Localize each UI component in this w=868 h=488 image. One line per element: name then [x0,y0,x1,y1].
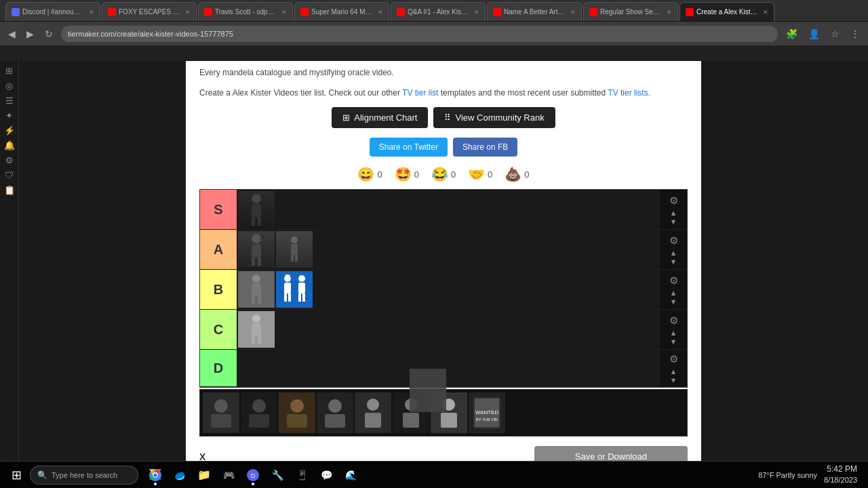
tier-b-up[interactable]: ▲ [670,289,677,297]
taskbar-app-discord[interactable]: D [241,464,264,487]
tier-d-gear[interactable]: ⚙ [668,352,679,367]
reaction-happy[interactable]: 😄 0 [357,166,382,182]
tier-c-items[interactable] [237,310,660,349]
reaction-handshake[interactable]: 🤝 0 [468,166,492,182]
edge-icon [173,468,186,482]
tier-a-items[interactable] [237,230,660,269]
tab-discord[interactable]: Discord | #announcements:... ✕ [5,2,100,21]
share-buttons-row: Share on Twitter Share on FB [199,138,688,157]
sidebar-icon-4[interactable]: ⚡ [3,123,16,137]
address-bar[interactable]: tiermaker.com/create/alex-kister-videos-… [61,26,778,42]
unranked-item-8[interactable]: WANTEDBY THE FBI [469,392,505,433]
tier-d-up[interactable]: ▲ [670,368,677,375]
tier-b-gear[interactable]: ⚙ [668,273,679,288]
taskbar-app-whatsapp[interactable]: 💬 [315,464,338,487]
sidebar-home-icon[interactable]: ⊞ [3,64,16,77]
unranked-item-2[interactable] [241,392,277,433]
tier-c-gear[interactable]: ⚙ [668,313,679,328]
tab-name[interactable]: Name A Better Artist Than... ✕ [487,2,582,21]
tier-s-items[interactable] [237,190,660,229]
svg-rect-10 [291,255,294,262]
tier-b-down[interactable]: ▼ [670,298,677,306]
handshake-count: 0 [488,169,492,180]
tier-item-a2[interactable] [276,231,313,268]
taskbar-app-3[interactable]: 📱 [290,464,313,487]
taskbar-search[interactable]: 🔍 Type here to search [30,466,138,485]
tab-mario[interactable]: Super Mario 64 Music... ✕ [294,2,389,21]
figure-icon-a1 [246,233,267,266]
tier-a-gear[interactable]: ⚙ [668,233,679,248]
sidebar-icon-1[interactable]: ◎ [3,79,16,92]
taskbar-app-edge[interactable] [168,464,191,487]
svg-text:BY THE FBI: BY THE FBI [476,418,498,422]
sidebar-icon-6[interactable]: ⚙ [3,153,16,167]
tab-create[interactable]: Create a Alex Kister Video... ✕ [679,2,774,21]
sidebar-icon-8[interactable]: 📋 [3,183,16,197]
tier-item-b1[interactable] [238,271,275,308]
taskbar-app-steam[interactable]: 🎮 [217,464,240,487]
taskbar-app-4[interactable]: 🌊 [339,464,362,487]
tier-c-down[interactable]: ▼ [670,338,677,346]
reaction-laugh[interactable]: 😂 0 [431,166,456,182]
tier-b-items[interactable] [237,270,660,309]
tier-item-a1[interactable] [238,231,275,268]
reaction-poop[interactable]: 💩 0 [505,166,529,182]
tier-d-down[interactable]: ▼ [670,377,677,384]
svg-point-29 [214,399,228,413]
unranked-item-1[interactable] [203,392,239,433]
tier-item-b2[interactable] [276,271,313,308]
unranked-thumb-1 [203,392,239,433]
poop-count: 0 [524,169,529,180]
svg-point-32 [252,399,266,413]
tv-tier-lists-link[interactable]: TV tier lists [608,88,648,98]
tv-tier-list-link[interactable]: TV tier list [402,88,438,98]
tier-d-items[interactable] [237,350,660,386]
tier-s-up[interactable]: ▲ [670,209,677,217]
tier-item-c1[interactable] [238,311,275,348]
profile-button[interactable]: 👤 [806,27,823,41]
unranked-item-4[interactable] [317,392,353,433]
back-button[interactable]: ◀ [5,27,18,41]
taskbar-app-chrome[interactable] [144,464,167,487]
extensions-button[interactable]: 🧩 [783,27,800,41]
tier-s-down[interactable]: ▼ [670,218,677,226]
unranked-item-3[interactable] [279,392,315,433]
discord-icon: D [246,468,260,482]
svg-rect-30 [211,414,231,428]
tab-foxy[interactable]: FOXY ESCAPES THE PIZZE... ✕ [102,2,197,21]
reaction-love[interactable]: 🤩 0 [395,166,419,182]
sidebar-icon-2[interactable]: ☰ [3,94,16,107]
tier-a-down[interactable]: ▼ [670,258,677,266]
tier-s-gear[interactable]: ⚙ [668,193,679,208]
share-twitter-button[interactable]: Share on Twitter [370,138,448,157]
bookmark-button[interactable]: ☆ [828,27,842,41]
taskbar-app-2[interactable]: 🔧 [266,464,289,487]
menu-button[interactable]: ⋮ [848,27,863,41]
svg-rect-5 [252,244,261,258]
x-button[interactable]: X [199,451,205,462]
tab-travis[interactable]: Travis Scott - sdp interlud... ✕ [198,2,293,21]
svg-rect-33 [249,414,269,428]
tab-qa[interactable]: Q&A #1 - Alex Kister... ✕ [391,2,486,21]
tier-item-s1[interactable] [238,191,275,228]
unranked-item-5[interactable] [355,392,391,433]
alignment-chart-button[interactable]: ⊞ Alignment Chart [332,107,428,128]
happy-count: 0 [377,169,382,180]
forward-button[interactable]: ▶ [24,27,37,41]
figure-icon [246,193,267,226]
save-download-button[interactable]: Save or Download [534,446,688,461]
sidebar-icon-5[interactable]: 🔔 [3,138,16,152]
start-button[interactable]: ⊞ [5,464,27,486]
taskbar-app-explorer[interactable]: 📁 [193,464,216,487]
sidebar-icon-3[interactable]: ✦ [3,108,16,122]
tier-a-up[interactable]: ▲ [670,249,677,257]
unranked-thumb-5 [355,392,391,433]
tier-c-up[interactable]: ▲ [670,329,677,337]
refresh-button[interactable]: ↻ [42,27,56,41]
tier-c-controls: ⚙ ▲ ▼ [660,310,687,349]
share-fb-button[interactable]: Share on FB [453,138,517,157]
tab-regular[interactable]: Regular Show Season 3 Ep... ✕ [583,2,678,21]
sidebar-icon-7[interactable]: 🛡 [3,168,16,182]
tier-a-controls: ⚙ ▲ ▼ [660,230,687,269]
view-community-rank-button[interactable]: ⠿ View Community Rank [433,107,555,128]
